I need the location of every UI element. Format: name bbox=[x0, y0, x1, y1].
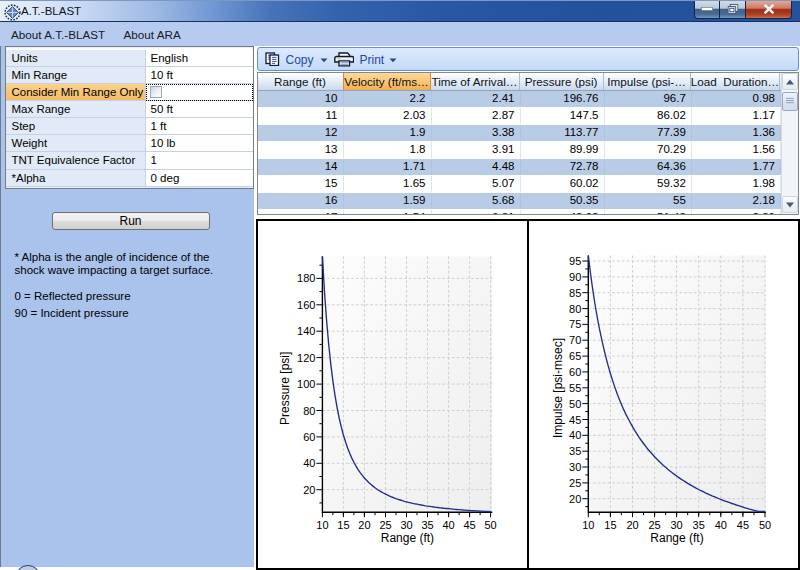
svg-text:15: 15 bbox=[337, 519, 349, 531]
svg-text:Pressure [psi]: Pressure [psi] bbox=[278, 352, 292, 425]
svg-text:10: 10 bbox=[582, 519, 594, 531]
svg-text:30: 30 bbox=[670, 519, 682, 531]
svg-text:50: 50 bbox=[759, 519, 771, 531]
svg-text:30: 30 bbox=[400, 519, 412, 531]
svg-text:30: 30 bbox=[569, 461, 581, 473]
svg-text:60: 60 bbox=[569, 366, 581, 378]
svg-text:10: 10 bbox=[316, 519, 328, 531]
svg-text:25: 25 bbox=[379, 519, 391, 531]
svg-text:55: 55 bbox=[569, 382, 581, 394]
svg-text:120: 120 bbox=[297, 352, 315, 364]
svg-text:40: 40 bbox=[442, 519, 454, 531]
svg-text:180: 180 bbox=[297, 272, 315, 284]
svg-text:35: 35 bbox=[693, 519, 705, 531]
svg-text:20: 20 bbox=[358, 519, 370, 531]
svg-text:80: 80 bbox=[303, 405, 315, 417]
svg-text:20: 20 bbox=[569, 493, 581, 505]
svg-text:20: 20 bbox=[303, 484, 315, 496]
svg-text:50: 50 bbox=[569, 398, 581, 410]
svg-text:75: 75 bbox=[569, 318, 581, 330]
svg-text:40: 40 bbox=[569, 429, 581, 441]
svg-text:160: 160 bbox=[297, 299, 315, 311]
svg-text:90: 90 bbox=[569, 271, 581, 283]
svg-text:20: 20 bbox=[626, 519, 638, 531]
svg-text:15: 15 bbox=[604, 519, 616, 531]
svg-text:35: 35 bbox=[569, 445, 581, 457]
svg-text:85: 85 bbox=[569, 287, 581, 299]
svg-text:35: 35 bbox=[421, 519, 433, 531]
svg-text:45: 45 bbox=[737, 519, 749, 531]
svg-text:60: 60 bbox=[303, 431, 315, 443]
svg-text:25: 25 bbox=[648, 519, 660, 531]
svg-text:140: 140 bbox=[297, 325, 315, 337]
svg-text:45: 45 bbox=[569, 414, 581, 426]
svg-text:Range (ft): Range (ft) bbox=[381, 531, 434, 545]
svg-text:40: 40 bbox=[715, 519, 727, 531]
svg-text:Range (ft): Range (ft) bbox=[650, 531, 703, 545]
svg-text:65: 65 bbox=[569, 350, 581, 362]
svg-text:100: 100 bbox=[297, 378, 315, 390]
svg-text:25: 25 bbox=[569, 477, 581, 489]
svg-text:50: 50 bbox=[484, 519, 496, 531]
svg-text:Impulse [psi-msec]: Impulse [psi-msec] bbox=[551, 338, 565, 438]
svg-text:40: 40 bbox=[303, 457, 315, 469]
svg-text:45: 45 bbox=[463, 519, 475, 531]
svg-text:95: 95 bbox=[569, 255, 581, 267]
svg-text:70: 70 bbox=[569, 334, 581, 346]
svg-text:80: 80 bbox=[569, 303, 581, 315]
